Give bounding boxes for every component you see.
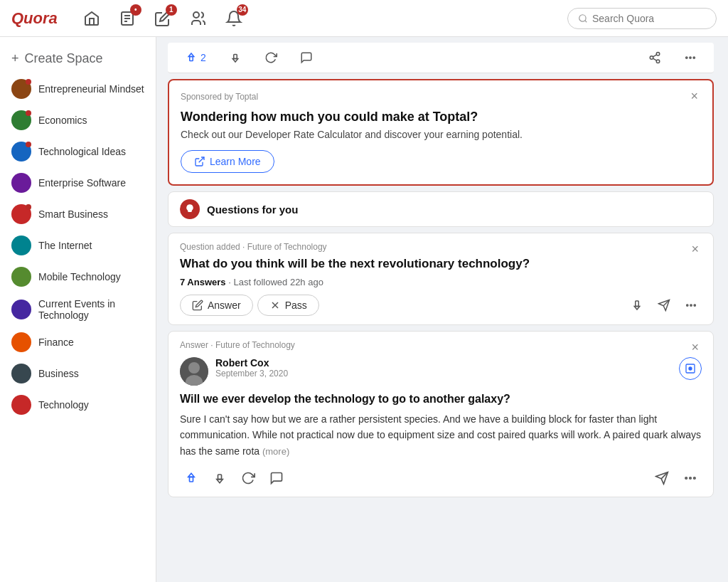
svg-point-37 (690, 477, 692, 479)
answer-close-button[interactable]: × (688, 340, 702, 355)
sidebar-item-current-events-technology[interactable]: Current Events in Technology (0, 292, 156, 327)
ad-header: Sponsored by Toptal × (169, 80, 712, 107)
sidebar-item-label: Technological Ideas (38, 146, 126, 157)
learn-more-button[interactable]: Learn More (181, 150, 274, 173)
sidebar-item-entrepreneurial-mindset[interactable]: Entrepreneurial Mindset (0, 73, 156, 105)
more-options-button[interactable] (643, 48, 667, 67)
refresh-icon (264, 51, 277, 64)
svg-line-12 (653, 58, 656, 60)
plus-icon: + (11, 51, 19, 66)
downvote-icon (229, 51, 242, 64)
svg-point-4 (193, 12, 199, 18)
svg-point-14 (686, 57, 687, 58)
downvote-icon (213, 471, 227, 485)
answer-more-link[interactable]: (more) (262, 446, 289, 457)
question-share-button[interactable] (653, 296, 675, 314)
sidebar-item-business[interactable]: Business (0, 358, 156, 389)
ad-close-button[interactable]: × (687, 89, 701, 104)
answer-ellipsis-button[interactable] (679, 468, 702, 488)
upvote-icon (184, 471, 198, 485)
sidebar-avatar-wrap (11, 300, 31, 319)
comment-icon (269, 471, 284, 485)
topnav: Quora • 1 (0, 0, 728, 37)
pass-button[interactable]: Pass (257, 295, 319, 316)
sidebar-item-the-internet[interactable]: The Internet (0, 230, 156, 261)
answer-upvote-button[interactable] (180, 468, 203, 488)
question-stats: 7 Answers · Last followed 22h ago (180, 277, 702, 287)
answer-forward-button[interactable] (651, 468, 673, 488)
upvote-button[interactable]: 2 (179, 48, 212, 67)
answer-comment-button[interactable] (265, 468, 288, 488)
edit-badge: 1 (166, 4, 177, 16)
share-arrow-icon (658, 299, 670, 312)
sidebar-avatar-wrap (11, 79, 31, 99)
comment-icon (300, 51, 313, 64)
svg-point-28 (188, 362, 200, 374)
question-close-button[interactable]: × (688, 242, 702, 257)
svg-point-26 (694, 305, 695, 306)
ellipsis-icon (684, 51, 697, 64)
lightbulb-icon (184, 203, 196, 215)
upvote-count: 2 (200, 52, 206, 63)
external-link-icon (194, 156, 205, 167)
question-downvote-button[interactable] (626, 296, 648, 314)
svg-line-17 (199, 157, 204, 162)
learn-more-label: Learn More (210, 156, 261, 167)
sidebar-item-label: Finance (38, 337, 74, 348)
sidebar-item-technological-ideas[interactable]: Technological Ideas (0, 136, 156, 167)
sidebar-avatar-wrap (11, 236, 31, 255)
sidebar-item-technology[interactable]: Technology (0, 389, 156, 420)
home-nav-button[interactable] (80, 7, 103, 30)
search-bar[interactable] (567, 8, 717, 29)
sidebar-item-enterprise-software[interactable]: Enterprise Software (0, 167, 156, 199)
sidebar-item-label: The Internet (38, 240, 92, 251)
questions-for-you-bar: Questions for you (168, 191, 714, 227)
question-ellipsis-button[interactable] (680, 296, 702, 314)
ellipsis-icon (683, 471, 697, 485)
search-icon (578, 14, 588, 23)
svg-point-15 (690, 57, 691, 58)
edit-nav-button[interactable]: 1 (151, 7, 174, 30)
sidebar-avatar-wrap (11, 204, 31, 224)
share-icon (648, 51, 661, 64)
answer-date: September 3, 2020 (215, 369, 672, 379)
main-content: 2 (156, 37, 725, 582)
answer-downvote-button[interactable] (208, 468, 231, 488)
answer-card-body: Answer · Future of Technology × Robert C… (168, 332, 713, 497)
answer-share-refresh-button[interactable] (237, 468, 259, 488)
sidebar-item-label: Entrepreneurial Mindset (38, 83, 144, 95)
sidebar: + Create Space Entrepreneurial Mindset E… (0, 37, 156, 582)
answer-button[interactable]: Answer (180, 295, 253, 316)
questions-for-you-label: Questions for you (207, 203, 298, 216)
sidebar-item-label: Business (38, 368, 79, 379)
search-input[interactable] (592, 13, 706, 24)
share-button[interactable] (259, 48, 283, 67)
quora-logo[interactable]: Quora (11, 9, 58, 28)
sidebar-item-mobile-technology[interactable]: Mobile Technology (0, 261, 156, 292)
answer-user-info: Robert Cox September 3, 2020 (180, 357, 702, 386)
sidebar-avatar-wrap (11, 267, 31, 287)
create-space-button[interactable]: + Create Space (0, 44, 156, 73)
notifications-nav-button[interactable]: 34 (223, 7, 245, 30)
svg-point-9 (656, 53, 660, 56)
svg-point-24 (687, 305, 688, 306)
sidebar-item-label: Smart Business (38, 208, 108, 220)
sidebar-item-smart-business[interactable]: Smart Business (0, 199, 156, 230)
pass-icon (269, 300, 281, 311)
answer-text: Sure I can't say how but we are a rather… (180, 411, 702, 460)
ad-sponsor-label: Sponsored by Toptal (181, 92, 258, 102)
downvote-button[interactable] (223, 48, 247, 67)
comment-button[interactable] (294, 48, 318, 67)
bookmark-button[interactable] (679, 357, 702, 380)
avatar-image (180, 357, 208, 386)
answer-actions (180, 468, 702, 488)
sidebar-item-label: Technology (38, 399, 89, 411)
answer-user-details: Robert Cox September 3, 2020 (215, 357, 672, 379)
ellipsis-button[interactable] (678, 48, 702, 67)
svg-point-10 (650, 56, 653, 60)
groups-nav-button[interactable] (187, 7, 210, 30)
sidebar-item-finance[interactable]: Finance (0, 327, 156, 358)
sidebar-item-economics[interactable]: Economics (0, 105, 156, 136)
notes-nav-button[interactable]: • (116, 7, 139, 30)
pass-label: Pass (285, 300, 307, 311)
